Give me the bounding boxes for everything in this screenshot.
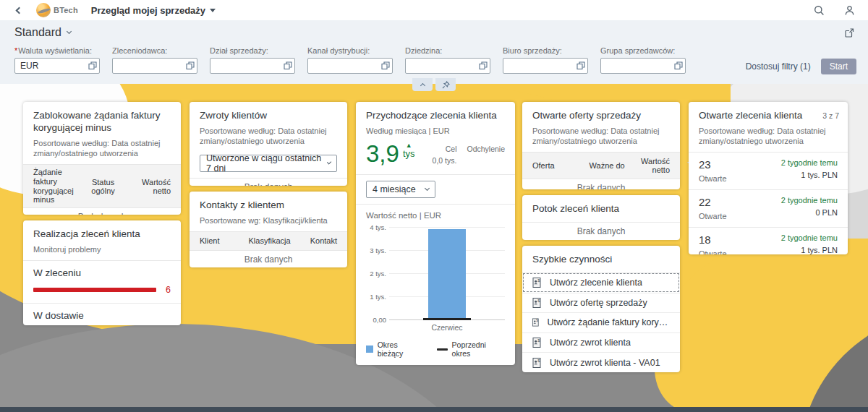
variant-selector[interactable]: Standard [14, 26, 61, 39]
card-subtitle: Według miesiąca | EUR [366, 126, 505, 136]
previous-period-line [423, 318, 471, 320]
card-header: Kontakty z klientem Posortowane wg: Klas… [190, 192, 347, 231]
order-value: 0 PLN [815, 208, 838, 217]
top-bar: BTech Przegląd mojej sprzedaży [0, 0, 868, 20]
order-status: Otwarte [699, 174, 727, 183]
pin-icon [442, 81, 450, 89]
filter-label: Dziedzina: [405, 46, 490, 55]
page-title: Przegląd mojej sprzedaży [91, 5, 205, 16]
returns-period-select[interactable]: Utworzone w ciągu ostatnich 7 dni [200, 155, 337, 172]
value-help-icon[interactable] [284, 61, 292, 70]
empty-state-text: Brak danych [522, 179, 680, 189]
card-sales-order-pipeline[interactable]: Potok zleceń klienta Brak danych [522, 195, 680, 240]
card-order-fulfillment[interactable]: Realizacja zleceń klienta Monitoruj prob… [23, 220, 181, 325]
filter-field-sales-office: Biuro sprzedaży: [503, 46, 588, 74]
bar-fill [33, 288, 156, 292]
create-document-icon: $ [531, 277, 542, 288]
card-header: Realizacja zleceń klienta Monitoruj prob… [23, 220, 181, 260]
card-title: Kontakty z klientem [200, 199, 337, 212]
collapse-filterbar-button[interactable] [412, 78, 433, 91]
distribution-channel-input[interactable] [307, 58, 393, 74]
chart-filter-row: 4 miesiące [356, 175, 515, 204]
app-title-menu[interactable]: Przegląd mojej sprzedaży [91, 5, 216, 16]
quick-action-create-credit-memo-request[interactable]: $ Utwórz żądanie faktury korygującej m..… [522, 312, 680, 332]
card-subtitle: Posortowane według: Data ostatniej zmian… [200, 126, 337, 147]
value-help-icon[interactable] [381, 61, 390, 70]
card-customer-contacts[interactable]: Kontakty z klientem Posortowane wg: Klas… [190, 192, 347, 267]
value-help-icon[interactable] [479, 61, 488, 70]
card-quick-actions[interactable]: Szybkie czynności $ Utwórz zlecenie klie… [522, 246, 680, 372]
fulfillment-metric-in-order[interactable]: W zleceniu 6 [23, 260, 181, 303]
card-incoming-sales-orders[interactable]: Przychodzące zlecenia klienta Według mie… [356, 102, 515, 365]
user-profile-button[interactable] [842, 3, 856, 17]
filter-label: *Waluta wyświetlania: [14, 46, 100, 55]
value-help-icon[interactable] [576, 61, 585, 70]
card-filter-row: Utworzone w ciągu ostatnich 7 dni [190, 152, 347, 178]
create-document-icon: $ [531, 337, 542, 348]
order-left: 18 Otwarte [699, 233, 727, 254]
back-button[interactable] [12, 3, 26, 17]
dashboard-column-1: Zablokowane żądania faktury korygującej … [23, 102, 181, 331]
card-open-sales-orders[interactable]: Otwarte zlecenia klienta 3 z 7 Posortowa… [689, 102, 848, 254]
selected-option: Utworzone w ciągu ostatnich 7 dni [206, 153, 322, 173]
chart-period-select[interactable]: 4 miesiące [366, 181, 435, 198]
sales-division-input[interactable] [210, 58, 295, 74]
card-header: Otwarte oferty sprzedaży Posortowane wed… [522, 102, 680, 152]
quick-action-create-customer-return[interactable]: $ Utwórz zwrot klienta [522, 332, 680, 353]
fulfillment-metric-in-delivery[interactable]: W dostawie 3 [23, 303, 181, 325]
current-period-bar[interactable] [428, 229, 466, 319]
card-title: Otwarte oferty sprzedaży [532, 110, 670, 122]
input-wrap [112, 58, 197, 74]
metric-label: W dostawie [33, 310, 171, 321]
background-bottom-strip [0, 407, 868, 412]
order-row[interactable]: 18 Otwarte 2 tygodnie temu 1 tys. PLN [689, 227, 848, 254]
card-title: Zablokowane żądania faktury korygującej … [33, 110, 171, 134]
card-subtitle: Posortowane według: Data ostatniej zmian… [699, 126, 838, 147]
order-age: 2 tygodnie temu [781, 158, 838, 167]
metric-value: 6 [163, 285, 171, 295]
dashboard-column-5: Otwarte zlecenia klienta 3 z 7 Posortowa… [689, 102, 848, 260]
filter-label: Kanał dystrybucji: [307, 46, 393, 55]
quick-action-create-customer-return-va01[interactable]: $ Utwórz zwrot klienta - VA01 [522, 352, 680, 372]
adapt-filters-link[interactable]: Dostosuj filtry (1) [746, 61, 811, 72]
sold-to-input[interactable] [112, 58, 197, 74]
share-button[interactable] [842, 25, 856, 40]
chevron-down-icon[interactable] [67, 29, 72, 34]
create-document-icon: $ [531, 297, 542, 309]
filter-label: Biuro sprzedaży: [503, 46, 588, 55]
value-help-icon[interactable] [186, 61, 195, 70]
required-asterisk: * [14, 46, 17, 55]
order-row[interactable]: 22 Otwarte 2 tygodnie temu 0 PLN [689, 189, 848, 227]
gridline [389, 227, 505, 228]
order-id: 22 [699, 196, 727, 208]
pin-filterbar-button[interactable] [435, 78, 456, 91]
value-help-icon[interactable] [88, 61, 97, 70]
bar-track [33, 288, 156, 292]
card-customer-returns[interactable]: Zwroty klientów Posortowane według: Data… [190, 102, 347, 186]
card-subtitle: Posortowane według: Data ostatniej zmian… [532, 126, 670, 147]
go-button[interactable]: Start [821, 59, 856, 74]
column-header: Wartość netto [126, 178, 171, 195]
kpi-deviation: Odchylenie [467, 144, 505, 167]
card-open-sales-quotations[interactable]: Otwarte oferty sprzedaży Posortowane wed… [522, 102, 680, 189]
target-label: Cel [446, 144, 457, 155]
chevron-down-icon [425, 186, 430, 191]
search-button[interactable] [812, 3, 826, 17]
area-input[interactable] [405, 58, 490, 74]
bar-chart-plot[interactable]: 4 tys. 3 tys. 2 tys. 1 tys. 0,00 [366, 227, 505, 319]
display-currency-input[interactable] [14, 58, 100, 74]
order-value: 1 tys. PLN [801, 246, 838, 254]
column-header: Ważne do [579, 161, 624, 170]
sales-group-input[interactable] [600, 58, 686, 74]
filter-field-distribution-channel: Kanał dystrybucji: [307, 46, 393, 74]
quick-action-label: Utwórz zwrot klienta - VA01 [550, 358, 660, 368]
sales-office-input[interactable] [503, 58, 588, 74]
order-row[interactable]: 23 Otwarte 2 tygodnie temu 1 tys. PLN [689, 152, 848, 189]
selected-option: 4 miesiące [373, 184, 416, 194]
input-wrap [503, 58, 588, 74]
card-blocked-credit-memo-requests[interactable]: Zablokowane żądania faktury korygującej … [23, 102, 181, 215]
value-help-icon[interactable] [674, 61, 683, 70]
order-value: 1 tys. PLN [801, 171, 838, 179]
quick-action-create-quotation[interactable]: $ Utwórz ofertę sprzedaży [522, 293, 680, 313]
quick-action-create-sales-order[interactable]: $ Utwórz zlecenie klienta [522, 272, 680, 293]
